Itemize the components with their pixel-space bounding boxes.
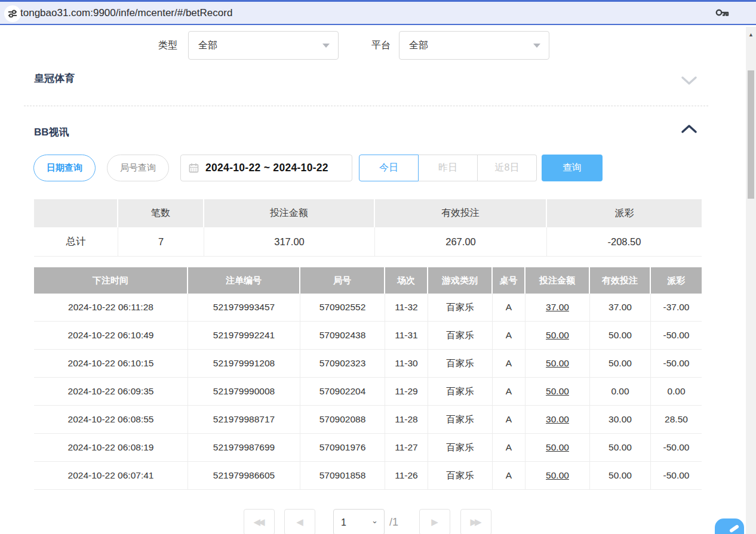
prev-page-button[interactable]: ◀ bbox=[284, 509, 315, 534]
chevron-down-icon bbox=[533, 44, 540, 48]
table-row: 2024-10-22 06:09:35 521979990008 5709022… bbox=[34, 378, 702, 406]
cell-bet-amount-link[interactable]: 30.00 bbox=[525, 406, 590, 433]
cell-round-id: 570902088 bbox=[300, 406, 385, 433]
cell-payout: -50.00 bbox=[651, 322, 702, 349]
date-range-input[interactable]: 2024-10-22 ~ 2024-10-22 bbox=[180, 155, 352, 181]
cell-round-id: 570901976 bbox=[300, 434, 385, 461]
platform-filter-value: 全部 bbox=[409, 39, 428, 52]
section-title-bb-video[interactable]: BB视讯 bbox=[34, 125, 69, 139]
cell-session: 11-31 bbox=[385, 322, 428, 349]
cell-bet-time: 2024-10-22 06:08:55 bbox=[34, 406, 188, 433]
header-bet-amount: 投注金额 bbox=[525, 267, 590, 294]
cell-bet-amount-link[interactable]: 50.00 bbox=[525, 434, 590, 461]
cell-bet-amount-link[interactable]: 50.00 bbox=[525, 350, 590, 377]
tune-icon[interactable] bbox=[4, 5, 21, 22]
header-session: 场次 bbox=[385, 267, 428, 294]
cell-round-id: 570902438 bbox=[300, 322, 385, 349]
cell-game-type: 百家乐 bbox=[428, 350, 493, 377]
type-filter-select[interactable]: 全部 bbox=[188, 31, 339, 60]
cell-valid-bet: 50.00 bbox=[590, 350, 651, 377]
header-bet-id: 注单编号 bbox=[188, 267, 300, 294]
tab-date-query[interactable]: 日期查询 bbox=[33, 155, 96, 181]
cell-bet-time: 2024-10-22 06:08:19 bbox=[34, 434, 188, 461]
platform-filter-select[interactable]: 全部 bbox=[399, 31, 549, 60]
calendar-icon bbox=[189, 163, 199, 173]
section-title-crown-sports[interactable]: 皇冠体育 bbox=[34, 72, 75, 85]
cell-bet-amount-link[interactable]: 50.00 bbox=[525, 322, 590, 349]
cell-game-type: 百家乐 bbox=[428, 322, 493, 349]
cell-table-no: A bbox=[493, 294, 525, 321]
type-filter-label: 类型 bbox=[158, 31, 177, 60]
cell-payout: 0.00 bbox=[651, 378, 702, 405]
chevron-up-icon[interactable] bbox=[681, 124, 697, 136]
chevron-down-icon bbox=[322, 44, 330, 48]
cell-bet-id: 521979990008 bbox=[188, 378, 300, 405]
cell-payout: -37.00 bbox=[651, 294, 702, 321]
cell-session: 11-30 bbox=[385, 350, 428, 377]
cell-bet-id: 521979988717 bbox=[188, 406, 300, 433]
cell-round-id: 570901858 bbox=[300, 462, 385, 489]
cell-bet-amount-link[interactable]: 37.00 bbox=[525, 294, 590, 321]
bet-record-page: tongbao31.com:9900/infe/mcenter/#/betRec… bbox=[0, 0, 756, 534]
summary-header-empty bbox=[34, 199, 118, 227]
cell-game-type: 百家乐 bbox=[428, 462, 493, 489]
cell-bet-amount-link[interactable]: 50.00 bbox=[525, 462, 590, 489]
cell-table-no: A bbox=[493, 462, 525, 489]
vertical-scrollbar[interactable]: ▲ bbox=[746, 27, 756, 534]
cell-bet-id: 521979986605 bbox=[188, 462, 300, 489]
cell-table-no: A bbox=[493, 406, 525, 433]
header-payout: 派彩 bbox=[651, 267, 702, 294]
cell-bet-time: 2024-10-22 06:07:41 bbox=[34, 462, 188, 489]
cell-session: 11-32 bbox=[385, 294, 428, 321]
page-select[interactable]: 1 bbox=[333, 509, 385, 534]
tab-round-query[interactable]: 局号查询 bbox=[107, 155, 169, 181]
pencil-icon bbox=[729, 524, 739, 533]
cell-valid-bet: 50.00 bbox=[590, 434, 651, 461]
cell-bet-time: 2024-10-22 06:10:49 bbox=[34, 322, 188, 349]
cell-bet-amount-link[interactable]: 50.00 bbox=[525, 378, 590, 405]
cell-table-no: A bbox=[493, 322, 525, 349]
quick-date-group: 今日 昨日 近8日 bbox=[359, 155, 537, 181]
summary-header-row: 笔数 投注金额 有效投注 派彩 bbox=[34, 199, 702, 227]
chevron-down-icon[interactable] bbox=[681, 76, 697, 88]
header-valid-bet: 有效投注 bbox=[590, 267, 651, 294]
quick-today-button[interactable]: 今日 bbox=[359, 155, 419, 181]
summary-bet-amount-value: 317.00 bbox=[204, 227, 375, 256]
cell-payout: 28.50 bbox=[651, 406, 702, 433]
type-filter-value: 全部 bbox=[198, 39, 217, 52]
cell-bet-id: 521979992241 bbox=[188, 322, 300, 349]
summary-valid-bet-value: 267.00 bbox=[375, 227, 547, 256]
cell-payout: -50.00 bbox=[651, 350, 702, 377]
header-table-no: 桌号 bbox=[493, 267, 525, 294]
cell-game-type: 百家乐 bbox=[428, 406, 493, 433]
quick-last8days-button[interactable]: 近8日 bbox=[478, 155, 537, 181]
cell-game-type: 百家乐 bbox=[428, 294, 493, 321]
key-icon[interactable] bbox=[715, 7, 730, 21]
cell-table-no: A bbox=[493, 350, 525, 377]
cell-valid-bet: 37.00 bbox=[590, 294, 651, 321]
customer-service-widget[interactable] bbox=[715, 518, 744, 534]
quick-yesterday-button[interactable]: 昨日 bbox=[419, 155, 478, 181]
bet-table-header-row: 下注时间 注单编号 局号 场次 游戏类别 桌号 投注金额 有效投注 派彩 bbox=[34, 267, 702, 294]
cell-game-type: 百家乐 bbox=[428, 378, 493, 405]
cell-bet-id: 521979991208 bbox=[188, 350, 300, 377]
last-page-button[interactable]: ▶▶ bbox=[460, 509, 491, 534]
bet-record-table: 下注时间 注单编号 局号 场次 游戏类别 桌号 投注金额 有效投注 派彩 202… bbox=[34, 267, 702, 490]
summary-header-count: 笔数 bbox=[118, 199, 204, 227]
search-button[interactable]: 查询 bbox=[542, 155, 603, 181]
table-row: 2024-10-22 06:11:28 521979993457 5709025… bbox=[34, 294, 702, 322]
url-text[interactable]: tongbao31.com:9900/infe/mcenter/#/betRec… bbox=[20, 2, 232, 24]
table-row: 2024-10-22 06:10:15 521979991208 5709023… bbox=[34, 350, 702, 378]
scrollbar-thumb[interactable] bbox=[748, 70, 754, 199]
first-page-button[interactable]: ◀◀ bbox=[244, 509, 275, 534]
cell-payout: -50.00 bbox=[651, 434, 702, 461]
cell-session: 11-27 bbox=[385, 434, 428, 461]
cell-table-no: A bbox=[493, 434, 525, 461]
scroll-up-arrow-icon[interactable]: ▲ bbox=[746, 32, 756, 38]
cell-bet-time: 2024-10-22 06:10:15 bbox=[34, 350, 188, 377]
header-game-type: 游戏类别 bbox=[428, 267, 493, 294]
summary-header-payout: 派彩 bbox=[547, 199, 702, 227]
next-page-button[interactable]: ▶ bbox=[419, 509, 450, 534]
cell-game-type: 百家乐 bbox=[428, 434, 493, 461]
browser-address-bar[interactable]: tongbao31.com:9900/infe/mcenter/#/betRec… bbox=[0, 0, 756, 25]
